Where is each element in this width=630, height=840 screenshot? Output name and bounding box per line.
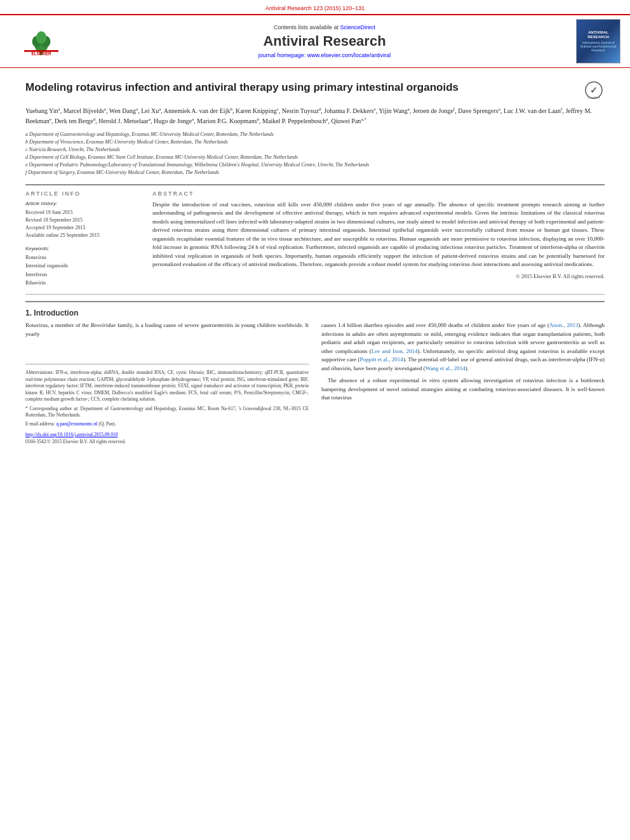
license-text: 0166-3542/© 2015 Elsevier B.V. All right… [25,438,309,445]
email-footnote: E-mail address: q.pan@erasmusmc.nl (Q. P… [25,421,309,428]
journal-cover-image: ANTIVIRAL RESEARCH International Journal… [576,19,620,63]
header-divider [25,184,605,185]
journal-homepage: journal homepage: www.elsevier.com/locat… [258,52,391,58]
contents-label: Contents lists available at [274,24,338,30]
elsevier-logo: ELSEVIER [22,27,60,56]
svg-text:CrossMark: CrossMark [587,96,600,99]
cover-title: ANTIVIRAL RESEARCH [579,30,617,39]
article-title-section: Modeling rotavirus infection and antivir… [25,74,605,101]
crossmark-icon: ✓ CrossMark [584,81,603,100]
article-content: Modeling rotavirus infection and antivir… [0,68,630,452]
keyword-interferon: Interferon [25,270,140,279]
intro-body: Rotavirus, a member of the Reoviridae fa… [25,321,605,446]
journal-reference: Antiviral Research 123 (2015) 120–131 [0,0,630,14]
keyword-rotavirus: Rotavirus [25,253,140,262]
svg-point-4 [36,31,46,44]
available-date: Available online 25 September 2015 [25,232,140,239]
article-info-column: ARTICLE INFO Article history: Received 1… [25,190,140,288]
footnotes-divider [25,364,309,364]
accepted-date: Accepted 19 September 2015 [25,224,140,232]
doi-link[interactable]: http://dx.doi.org/10.1016/j.antiviral.20… [25,431,309,438]
intro-col2-p2: The absence of a robust experimental in … [321,377,605,403]
page: Antiviral Research 123 (2015) 120–131 EL… [0,0,630,840]
keywords-label: Keywords: [25,246,140,251]
journal-cover-area: ANTIVIRAL RESEARCH International Journal… [573,19,624,63]
sciencedirect-line: Contents lists available at ScienceDirec… [274,24,375,30]
homepage-link[interactable]: journal homepage: www.elsevier.com/locat… [258,52,391,58]
affiliation-e: e Department of Pediatric Pulmonology/La… [25,161,605,169]
journal-header: ELSEVIER Contents lists available at Sci… [0,14,630,68]
article-info-abstract: ARTICLE INFO Article history: Received 1… [25,190,605,288]
elsevier-tree-icon: ELSEVIER [22,27,60,56]
intro-title: 1. Introduction [25,309,605,317]
abstract-label: ABSTRACT [152,190,605,197]
revised-date: Revised 18 September 2015 [25,217,140,224]
article-title: Modeling rotavirus infection and antivir… [25,81,584,95]
affiliations: a Department of Gastroenterology and Hep… [25,131,605,177]
section-number: 1. [25,309,32,317]
journal-title-area: Contents lists available at ScienceDirec… [83,19,566,63]
authors: Yuebang Yina, Marcel Bijveldsa, Wen Dang… [25,106,605,127]
journal-title: Antiviral Research [263,33,385,50]
affiliation-d: d Department of Cell Biology, Erasmus MC… [25,154,605,161]
affiliation-a: a Department of Gastroenterology and Hep… [25,131,605,138]
affiliation-f: f Department of Surgery, Erasmus MC-Univ… [25,169,605,177]
introduction-section: 1. Introduction Rotavirus, a member of t… [25,301,605,446]
affiliation-b: b Department of Viroscience, Erasmus MC-… [25,138,605,146]
keyword-organoids: Intestinal organoids [25,262,140,270]
footnotes-area: Abbreviations: IFN-α, interferon-alpha; … [25,364,309,446]
abstract-text: Despite the introduction of oral vaccine… [152,201,605,269]
article-info-label: ARTICLE INFO [25,190,140,197]
svg-text:ELSEVIER: ELSEVIER [31,51,51,56]
intro-p1: Rotavirus, a member of the Reoviridae fa… [25,321,309,338]
history-label: Article history: [25,201,140,206]
poppitt-ref[interactable]: Poppitt et al., 2014 [360,356,403,363]
section-divider [25,294,605,295]
anon-ref[interactable]: Anon., 2013 [549,322,578,328]
intro-col2-p1: causes 1.4 billion diarrhea episodes and… [321,321,605,373]
sciencedirect-link[interactable]: ScienceDirect [340,24,376,30]
keyword-ribavirin: Ribavirin [25,279,140,288]
svg-text:✓: ✓ [590,85,598,95]
doi-area: http://dx.doi.org/10.1016/j.antiviral.20… [25,431,309,446]
received-date: Received 19 June 2015 [25,209,140,217]
corresponding-footnote: * Corresponding author at: Department of… [25,406,309,419]
copyright: © 2015 Elsevier B.V. All rights reserved… [152,273,605,279]
intro-col-left: Rotavirus, a member of the Reoviridae fa… [25,321,309,446]
crossmark-badge[interactable]: ✓ CrossMark [584,81,605,101]
lee-ref[interactable]: Lee and Ison, 2014 [372,348,418,354]
section-title: Introduction [34,309,78,317]
cover-subtitle: International Journal of Antiviral and A… [579,41,617,52]
abstract-column: ABSTRACT Despite the introduction of ora… [152,190,605,288]
wang-ref[interactable]: Wang et al., 2014 [426,365,466,371]
intro-col-right: causes 1.4 billion diarrhea episodes and… [321,321,605,446]
email-link[interactable]: q.pan@erasmusmc.nl [57,421,98,427]
publisher-logo-area: ELSEVIER [6,19,76,63]
other-text: other [321,348,333,354]
affiliation-c: c Nutricia Research, Utrecht, The Nether… [25,146,605,154]
abbreviations-footnote: Abbreviations: IFN-α, interferon-alpha; … [25,370,309,403]
